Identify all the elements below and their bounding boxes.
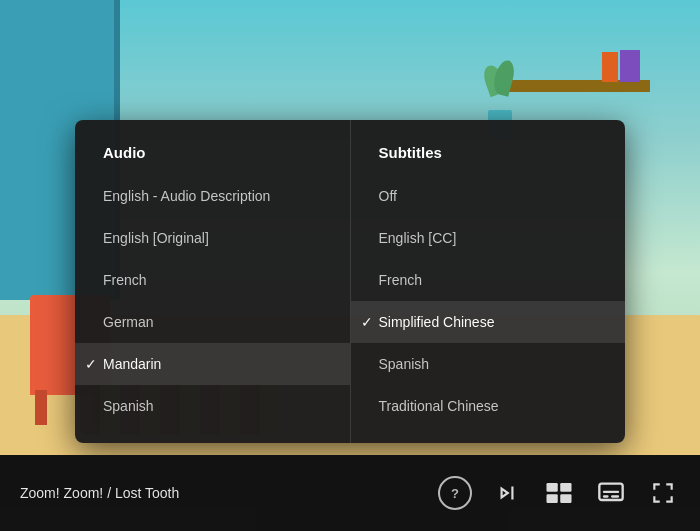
svg-rect-6 xyxy=(611,495,619,497)
subtitles-traditional-chinese-label: Traditional Chinese xyxy=(379,398,499,414)
svg-rect-0 xyxy=(547,483,558,492)
audio-item-english-original[interactable]: English [Original] xyxy=(75,217,350,259)
svg-rect-2 xyxy=(547,494,558,503)
audio-item-french[interactable]: French xyxy=(75,259,350,301)
fullscreen-icon xyxy=(650,480,676,506)
audio-column-header: Audio xyxy=(75,140,350,175)
audio-french-label: French xyxy=(103,272,147,288)
show-title: Zoom! Zoom! / Lost Tooth xyxy=(20,485,438,501)
audio-mandarin-checkmark: ✓ xyxy=(85,356,97,372)
help-button[interactable]: ? xyxy=(438,476,472,510)
audio-english-ad-label: English - Audio Description xyxy=(103,188,270,204)
subtitles-spanish-label: Spanish xyxy=(379,356,430,372)
subtitles-item-traditional-chinese[interactable]: Traditional Chinese xyxy=(351,385,626,427)
subtitles-column: Subtitles Off English [CC] French ✓ Simp… xyxy=(351,120,626,443)
audio-item-mandarin[interactable]: ✓ Mandarin xyxy=(75,343,350,385)
fullscreen-button[interactable] xyxy=(646,476,680,510)
audio-item-spanish[interactable]: Spanish xyxy=(75,385,350,427)
subtitles-english-cc-label: English [CC] xyxy=(379,230,457,246)
language-dropdown: Audio English - Audio Description Englis… xyxy=(75,120,625,443)
audio-mandarin-label: Mandarin xyxy=(103,356,161,372)
control-icons-group: ? xyxy=(438,476,680,510)
subtitles-item-off[interactable]: Off xyxy=(351,175,626,217)
subtitles-item-simplified-chinese[interactable]: ✓ Simplified Chinese xyxy=(351,301,626,343)
subtitles-french-label: French xyxy=(379,272,423,288)
audio-column: Audio English - Audio Description Englis… xyxy=(75,120,351,443)
subtitles-icon xyxy=(597,479,625,507)
audio-item-english-ad[interactable]: English - Audio Description xyxy=(75,175,350,217)
svg-rect-3 xyxy=(560,494,571,503)
audio-german-label: German xyxy=(103,314,154,330)
subtitles-item-english-cc[interactable]: English [CC] xyxy=(351,217,626,259)
subtitles-simplified-chinese-checkmark: ✓ xyxy=(361,314,373,330)
control-bar: Zoom! Zoom! / Lost Tooth ? xyxy=(0,455,700,531)
audio-english-original-label: English [Original] xyxy=(103,230,209,246)
help-label: ? xyxy=(451,486,459,501)
subtitles-button[interactable] xyxy=(594,476,628,510)
subtitles-item-french[interactable]: French xyxy=(351,259,626,301)
episodes-button[interactable] xyxy=(542,476,576,510)
svg-rect-5 xyxy=(603,495,609,497)
subtitles-off-label: Off xyxy=(379,188,397,204)
skip-icon xyxy=(494,480,520,506)
svg-rect-7 xyxy=(603,491,619,493)
subtitles-item-spanish[interactable]: Spanish xyxy=(351,343,626,385)
audio-item-german[interactable]: German xyxy=(75,301,350,343)
subtitles-column-header: Subtitles xyxy=(351,140,626,175)
skip-button[interactable] xyxy=(490,476,524,510)
audio-spanish-label: Spanish xyxy=(103,398,154,414)
subtitles-simplified-chinese-label: Simplified Chinese xyxy=(379,314,495,330)
episodes-icon xyxy=(544,478,574,508)
svg-rect-1 xyxy=(560,483,571,492)
